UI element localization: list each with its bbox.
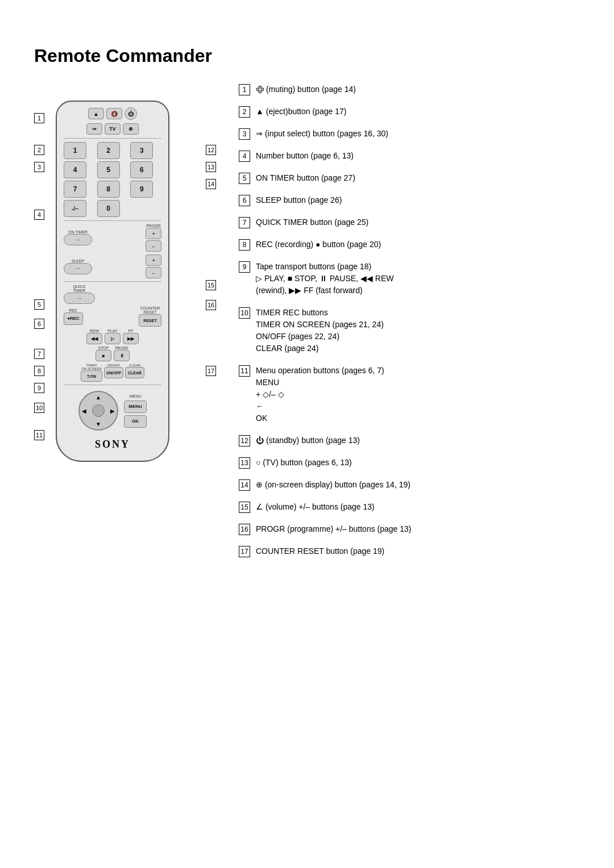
desc-text-12: ⏻ (standby) button (page 13) xyxy=(256,435,580,446)
desc-text-13: ○ (TV) button (pages 6, 13) xyxy=(256,457,580,469)
desc-num-7: 7 xyxy=(239,217,250,228)
label-9: 9 xyxy=(34,383,44,393)
rec-label: REC xyxy=(69,308,78,312)
desc-num-2: 2 xyxy=(239,106,250,118)
desc-text-17: COUNTER RESET button (page 19) xyxy=(256,545,580,557)
desc-num-1: 1 xyxy=(239,84,250,95)
ff-button[interactable]: ▶▶ xyxy=(123,333,139,344)
timer-on-screen-button[interactable]: T.ON xyxy=(81,370,102,382)
num-box-8: 8 xyxy=(34,366,44,376)
num-box-5: 5 xyxy=(34,299,44,310)
play-button[interactable]: ▷ xyxy=(105,333,121,344)
num-1-button[interactable]: 1 xyxy=(64,142,86,159)
label-12: 12 xyxy=(206,145,216,155)
descriptions-panel: 1 ᪥ (muting) button (page 14) 2 ▲ (eject… xyxy=(239,84,580,567)
stop-button[interactable]: ■ xyxy=(96,350,111,361)
onscreen-button[interactable]: ⊕ xyxy=(123,123,139,135)
num-9-button[interactable]: 9 xyxy=(130,181,153,198)
num-5-button[interactable]: 5 xyxy=(97,161,120,178)
label-11: 11 xyxy=(34,430,44,440)
eject-button[interactable]: ▲ xyxy=(88,108,104,119)
num-dash-button[interactable]: -/– xyxy=(64,200,86,217)
desc-text-14: ⊕ (on-screen display) button (pages 14, … xyxy=(256,479,580,491)
menu-button[interactable]: MENU xyxy=(124,400,147,413)
sleep-button[interactable]: → xyxy=(64,263,92,274)
page-title: Remote Commander xyxy=(34,45,580,66)
on-timer-button[interactable]: → xyxy=(64,234,92,245)
desc-text-3: ⇒ (input select) button (pages 16, 30) xyxy=(256,128,580,140)
label-10: 10 xyxy=(34,403,44,413)
label-5: 5 xyxy=(34,299,44,310)
num-box-6: 6 xyxy=(34,319,44,329)
desc-item-1: 1 ᪥ (muting) button (page 14) xyxy=(239,84,580,95)
desc-item-3: 3 ⇒ (input select) button (pages 16, 30) xyxy=(239,128,580,140)
on-timer-label: ON TIMER xyxy=(68,230,88,234)
num-8-button[interactable]: 8 xyxy=(97,181,120,198)
desc-item-15: 15 ∠ (volume) +/– buttons (page 13) xyxy=(239,501,580,513)
label-2: 2 xyxy=(34,145,44,155)
input-select-button[interactable]: ⇒ xyxy=(86,123,102,135)
desc-item-12: 12 ⏻ (standby) button (page 13) xyxy=(239,435,580,446)
desc-num-10: 10 xyxy=(239,307,250,319)
pause-button[interactable]: ⏸ xyxy=(114,350,130,361)
desc-item-8: 8 REC (recording) ● button (page 20) xyxy=(239,239,580,251)
desc-text-1: ᪥ (muting) button (page 14) xyxy=(256,84,580,95)
standby-button[interactable]: ⏻ xyxy=(125,107,137,120)
desc-item-9: 9 Tape transport buttons (page 18) ▷ PLA… xyxy=(239,261,580,297)
desc-item-6: 6 SLEEP button (page 26) xyxy=(239,194,580,206)
label-14: 14 xyxy=(206,179,216,189)
num-6-button[interactable]: 6 xyxy=(130,161,153,178)
label-1: 1 xyxy=(34,113,44,123)
rec-button[interactable]: ●REC xyxy=(64,312,83,325)
quick-timer-label: QUICKTIMER xyxy=(73,285,85,293)
rew-button[interactable]: ◀◀ xyxy=(86,333,102,344)
num-box-9: 9 xyxy=(34,383,44,393)
label-17: 17 xyxy=(206,366,216,376)
desc-item-11: 11 Menu operation buttons (pages 6, 7) M… xyxy=(239,365,580,424)
down-arrow[interactable]: ▼ xyxy=(96,421,101,427)
sleep-label: SLEEP xyxy=(72,259,85,263)
desc-text-7: QUICK TIMER button (page 25) xyxy=(256,216,580,228)
progr-minus-button[interactable]: – xyxy=(146,240,161,252)
pause-label: PAUSE xyxy=(115,346,128,350)
joystick[interactable]: ▲ ▼ ◀ ▶ xyxy=(78,391,118,431)
label-16: 16 xyxy=(206,300,216,310)
mute-button[interactable]: 🔇 xyxy=(106,108,122,119)
on-off-button[interactable]: ON/OFF xyxy=(104,367,123,378)
num-2-button[interactable]: 2 xyxy=(97,142,120,159)
desc-text-9: Tape transport buttons (page 18) ▷ PLAY,… xyxy=(256,261,580,297)
desc-num-14: 14 xyxy=(239,479,250,491)
vol-plus-button[interactable]: + xyxy=(146,254,161,266)
counter-reset-button[interactable]: RESET xyxy=(139,314,161,327)
num-3-button[interactable]: 3 xyxy=(130,142,153,159)
stop-label: STOP xyxy=(98,346,109,350)
progr-plus-button[interactable]: + xyxy=(146,228,161,239)
desc-item-5: 5 ON TIMER button (page 27) xyxy=(239,172,580,184)
num-box-11: 11 xyxy=(34,430,44,440)
joystick-center[interactable] xyxy=(92,404,105,417)
up-arrow[interactable]: ▲ xyxy=(96,394,101,400)
ok-button[interactable]: OK xyxy=(124,415,147,428)
desc-text-8: REC (recording) ● button (page 20) xyxy=(256,239,580,251)
right-arrow[interactable]: ▶ xyxy=(110,408,115,414)
num-0-button[interactable]: 0 xyxy=(97,200,120,217)
num-7-button[interactable]: 7 xyxy=(64,181,86,198)
quick-timer-button[interactable]: → xyxy=(64,293,95,304)
sony-logo: SONY xyxy=(64,439,161,450)
vol-minus-button[interactable]: – xyxy=(146,267,161,278)
desc-text-6: SLEEP button (page 26) xyxy=(256,194,580,206)
left-arrow[interactable]: ◀ xyxy=(82,408,86,414)
desc-item-2: 2 ▲ (eject)button (page 17) xyxy=(239,106,580,118)
num-4-button[interactable]: 4 xyxy=(64,161,86,178)
num-box-17: 17 xyxy=(206,366,216,376)
desc-item-4: 4 Number button (page 6, 13) xyxy=(239,150,580,162)
clear-button[interactable]: CLEAR xyxy=(125,367,144,378)
rew-label: REW xyxy=(90,329,99,333)
label-8: 8 xyxy=(34,366,44,376)
desc-num-17: 17 xyxy=(239,546,250,557)
tv-button[interactable]: TV xyxy=(105,123,121,135)
remote-diagram: 1 2 3 4 5 6 7 8 9 xyxy=(34,84,216,504)
desc-item-7: 7 QUICK TIMER button (page 25) xyxy=(239,216,580,228)
desc-text-11: Menu operation buttons (pages 6, 7) MENU… xyxy=(256,365,580,424)
number-pad: 1 2 3 4 5 6 7 8 9 -/– 0 xyxy=(64,142,161,217)
